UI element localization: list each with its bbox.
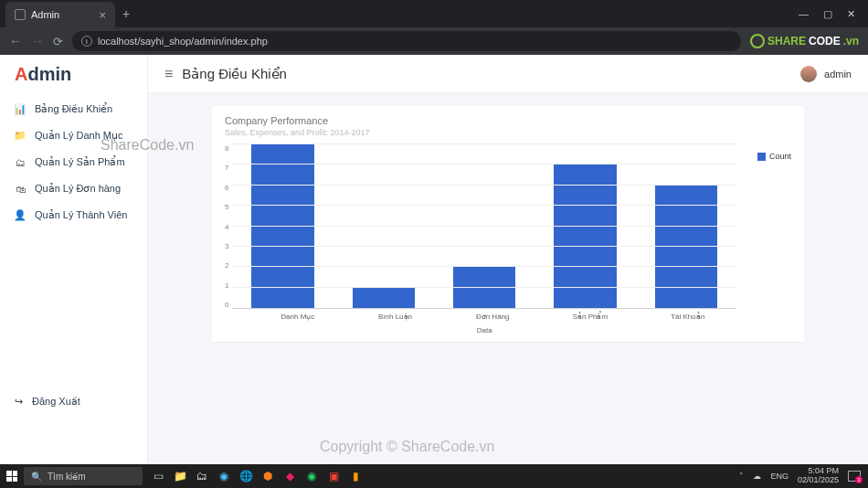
y-tick: 2 bbox=[225, 261, 228, 270]
forward-button[interactable]: → bbox=[31, 34, 44, 48]
y-tick: 7 bbox=[225, 164, 228, 172]
maximize-icon[interactable]: ▢ bbox=[823, 8, 832, 20]
sharecode-logo: SHARECODE.vn bbox=[750, 34, 859, 48]
tray-caret-icon[interactable]: ˄ bbox=[739, 472, 744, 481]
system-tray: ˄ ☁ ENG 5:04 PM 02/01/2025 bbox=[739, 467, 868, 485]
topbar: ≡ Bảng Điều Khiển admin bbox=[148, 55, 868, 93]
bar-slot bbox=[434, 144, 535, 308]
bar[interactable] bbox=[655, 186, 717, 308]
new-tab-button[interactable]: + bbox=[122, 6, 130, 21]
bar[interactable] bbox=[251, 144, 313, 308]
explorer-icon[interactable]: 🗂 bbox=[192, 466, 212, 486]
page: Admin 📊 Bảng Điều Khiển 📁 Quản Lý Danh M… bbox=[0, 55, 868, 464]
sidebar-item-products[interactable]: 🗂 Quản Lý Sản Phẩm bbox=[0, 149, 147, 175]
y-tick: 8 bbox=[225, 144, 228, 153]
y-tick: 5 bbox=[225, 203, 228, 211]
x-tick: Tài Khoản bbox=[639, 309, 736, 321]
app-icon[interactable]: ▮ bbox=[345, 466, 365, 486]
bar-slot bbox=[232, 144, 333, 308]
browser-tab[interactable]: Admin × bbox=[5, 2, 115, 27]
user-icon: 👤 bbox=[15, 209, 26, 221]
date: 02/01/2025 bbox=[798, 476, 839, 485]
chart-legend: Count bbox=[757, 152, 791, 161]
folder-open-icon: 🗂 bbox=[15, 157, 26, 168]
search-placeholder: Tìm kiếm bbox=[48, 472, 86, 482]
edge-icon[interactable]: ◉ bbox=[214, 466, 234, 486]
x-tick: Sản Phẩm bbox=[542, 309, 640, 321]
browser-toolbar: ← → ⟳ i localhost/sayhi_shop/admin/index… bbox=[0, 27, 868, 55]
bar-slot bbox=[636, 144, 736, 308]
chrome-icon[interactable]: 🌐 bbox=[236, 466, 256, 486]
app-icon[interactable]: ◆ bbox=[280, 466, 300, 486]
brand-logo: Admin bbox=[0, 58, 147, 96]
tray-network-icon[interactable]: ☁ bbox=[753, 472, 761, 481]
chart-title: Company Performance bbox=[225, 115, 791, 126]
sidebar-item-label: Quản Lý Thành Viên bbox=[35, 209, 127, 221]
user-menu[interactable]: admin bbox=[800, 66, 852, 82]
url-text: localhost/sayhi_shop/admin/index.php bbox=[98, 36, 268, 47]
taskview-icon[interactable]: ▭ bbox=[148, 466, 168, 486]
start-button[interactable] bbox=[0, 464, 24, 488]
sidebar-item-label: Quản Lý Đơn hàng bbox=[35, 183, 121, 195]
whatsapp-icon[interactable]: ◉ bbox=[302, 466, 322, 486]
logout-button[interactable]: ↪ Đăng Xuất bbox=[0, 388, 147, 415]
clock[interactable]: 5:04 PM 02/01/2025 bbox=[798, 467, 839, 485]
recycle-icon bbox=[750, 34, 765, 48]
hamburger-icon[interactable]: ≡ bbox=[164, 66, 173, 82]
tray-lang[interactable]: ENG bbox=[770, 472, 789, 481]
close-window-icon[interactable]: ✕ bbox=[847, 8, 855, 20]
notifications-icon[interactable] bbox=[848, 471, 861, 482]
tab-close-icon[interactable]: × bbox=[99, 8, 106, 22]
tab-title: Admin bbox=[31, 9, 59, 20]
minimize-icon[interactable]: — bbox=[799, 8, 809, 20]
sidebar-item-label: Quản Lý Danh Mục bbox=[35, 130, 123, 142]
bag-icon: 🛍 bbox=[15, 184, 26, 195]
y-tick: 6 bbox=[225, 184, 228, 192]
y-tick: 1 bbox=[225, 281, 228, 290]
sidebar-item-members[interactable]: 👤 Quản Lý Thành Viên bbox=[0, 202, 147, 228]
x-axis: Danh MụcBình LuậnĐơn HàngSản PhẩmTài Kho… bbox=[249, 309, 736, 321]
chart-card: Company Performance Sales, Expenses, and… bbox=[212, 106, 804, 342]
back-button[interactable]: ← bbox=[9, 34, 22, 48]
x-tick: Bình Luận bbox=[346, 309, 444, 321]
x-tick: Đơn Hàng bbox=[444, 309, 542, 321]
bar-slot bbox=[535, 144, 635, 308]
legend-label: Count bbox=[769, 152, 791, 161]
y-tick: 0 bbox=[225, 301, 228, 309]
bar[interactable] bbox=[353, 288, 415, 308]
y-axis: 876543210 bbox=[225, 144, 232, 309]
sidebar-item-categories[interactable]: 📁 Quản Lý Danh Mục bbox=[0, 122, 147, 149]
main-area: ≡ Bảng Điều Khiển admin Company Performa… bbox=[148, 55, 868, 464]
page-title: Bảng Điều Khiển bbox=[182, 66, 287, 82]
address-bar[interactable]: i localhost/sayhi_shop/admin/index.php bbox=[72, 31, 741, 51]
reload-button[interactable]: ⟳ bbox=[53, 35, 63, 48]
sidebar: Admin 📊 Bảng Điều Khiển 📁 Quản Lý Danh M… bbox=[0, 55, 148, 464]
tab-favicon-icon bbox=[15, 9, 26, 20]
y-tick: 3 bbox=[225, 242, 228, 250]
sidebar-item-label: Bảng Điều Khiển bbox=[35, 103, 112, 115]
y-tick: 4 bbox=[225, 223, 228, 231]
legend-swatch-icon bbox=[757, 153, 766, 161]
chart: 876543210 Danh MụcBình LuậnĐơn HàngSản P… bbox=[225, 144, 791, 334]
search-icon: 🔍 bbox=[31, 472, 42, 482]
xampp-icon[interactable]: ⬢ bbox=[258, 466, 278, 486]
dashboard-icon: 📊 bbox=[15, 103, 26, 115]
site-info-icon[interactable]: i bbox=[81, 36, 92, 47]
sidebar-item-orders[interactable]: 🛍 Quản Lý Đơn hàng bbox=[0, 175, 147, 202]
windows-icon bbox=[6, 471, 17, 482]
taskbar-search[interactable]: 🔍 Tìm kiếm bbox=[24, 467, 143, 485]
avatar bbox=[800, 66, 817, 82]
app-icon[interactable]: 📁 bbox=[170, 466, 190, 486]
bar-slot bbox=[333, 144, 434, 308]
logout-label: Đăng Xuất bbox=[32, 396, 80, 408]
bar[interactable] bbox=[453, 267, 515, 308]
sidebar-item-dashboard[interactable]: 📊 Bảng Điều Khiển bbox=[0, 96, 147, 122]
folder-icon: 📁 bbox=[15, 130, 26, 142]
app-icon[interactable]: ▣ bbox=[323, 466, 344, 486]
user-name: admin bbox=[824, 69, 852, 80]
taskbar: 🔍 Tìm kiếm ▭ 📁 🗂 ◉ 🌐 ⬢ ◆ ◉ ▣ ▮ ˄ ☁ ENG 5… bbox=[0, 464, 868, 488]
x-axis-label: Data bbox=[232, 326, 736, 334]
x-tick: Danh Mục bbox=[249, 309, 346, 321]
logout-icon: ↪ bbox=[15, 396, 23, 408]
sidebar-item-label: Quản Lý Sản Phẩm bbox=[35, 156, 125, 168]
